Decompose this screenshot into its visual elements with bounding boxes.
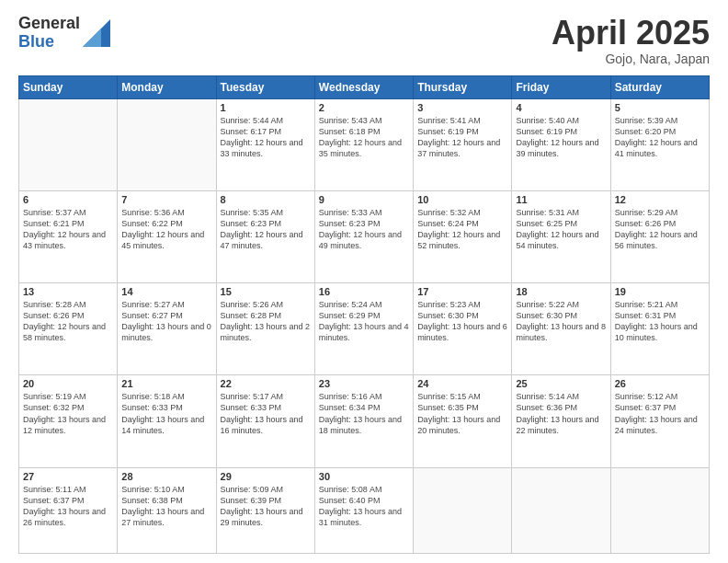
- day-info: Sunrise: 5:10 AM Sunset: 6:38 PM Dayligh…: [121, 484, 211, 529]
- day-info: Sunrise: 5:44 AM Sunset: 6:17 PM Dayligh…: [221, 115, 311, 160]
- title-block: April 2025 Gojo, Nara, Japan: [552, 15, 710, 66]
- day-info: Sunrise: 5:09 AM Sunset: 6:39 PM Dayligh…: [221, 484, 311, 529]
- logo-general: General: [18, 15, 80, 33]
- day-info: Sunrise: 5:37 AM Sunset: 6:21 PM Dayligh…: [23, 207, 113, 252]
- day-info: Sunrise: 5:15 AM Sunset: 6:35 PM Dayligh…: [417, 391, 507, 436]
- calendar-cell: 17Sunrise: 5:23 AM Sunset: 6:30 PM Dayli…: [414, 283, 512, 375]
- calendar-cell: 21Sunrise: 5:18 AM Sunset: 6:33 PM Dayli…: [118, 375, 216, 467]
- day-info: Sunrise: 5:16 AM Sunset: 6:34 PM Dayligh…: [319, 391, 409, 436]
- day-number: 16: [319, 286, 409, 297]
- day-info: Sunrise: 5:27 AM Sunset: 6:27 PM Dayligh…: [121, 299, 211, 344]
- day-info: Sunrise: 5:35 AM Sunset: 6:23 PM Dayligh…: [221, 207, 311, 252]
- day-number: 15: [221, 286, 311, 297]
- calendar-cell: 5Sunrise: 5:39 AM Sunset: 6:20 PM Daylig…: [610, 98, 709, 190]
- calendar-cell: 13Sunrise: 5:28 AM Sunset: 6:26 PM Dayli…: [19, 283, 118, 375]
- day-info: Sunrise: 5:40 AM Sunset: 6:19 PM Dayligh…: [516, 115, 606, 160]
- calendar-cell: 20Sunrise: 5:19 AM Sunset: 6:32 PM Dayli…: [19, 375, 118, 467]
- weekday-header: Tuesday: [216, 75, 314, 98]
- day-number: 17: [417, 286, 507, 297]
- header-row: SundayMondayTuesdayWednesdayThursdayFrid…: [19, 75, 710, 98]
- weekday-header: Monday: [118, 75, 216, 98]
- calendar-cell: 11Sunrise: 5:31 AM Sunset: 6:25 PM Dayli…: [512, 190, 610, 282]
- calendar-title: April 2025: [552, 15, 710, 52]
- weekday-header: Wednesday: [314, 75, 413, 98]
- day-number: 13: [23, 286, 113, 297]
- day-info: Sunrise: 5:21 AM Sunset: 6:31 PM Dayligh…: [615, 299, 705, 344]
- calendar-table: SundayMondayTuesdayWednesdayThursdayFrid…: [18, 75, 710, 554]
- calendar-cell: 30Sunrise: 5:08 AM Sunset: 6:40 PM Dayli…: [314, 467, 413, 553]
- day-info: Sunrise: 5:18 AM Sunset: 6:33 PM Dayligh…: [121, 391, 211, 436]
- day-number: 9: [319, 194, 409, 205]
- calendar-cell: 16Sunrise: 5:24 AM Sunset: 6:29 PM Dayli…: [314, 283, 413, 375]
- day-info: Sunrise: 5:11 AM Sunset: 6:37 PM Dayligh…: [23, 484, 113, 529]
- day-number: 1: [221, 102, 311, 113]
- header: General Blue April 2025 Gojo, Nara, Japa…: [18, 15, 710, 66]
- calendar-cell: 1Sunrise: 5:44 AM Sunset: 6:17 PM Daylig…: [216, 98, 314, 190]
- weekday-header: Friday: [512, 75, 610, 98]
- day-number: 14: [121, 286, 211, 297]
- day-info: Sunrise: 5:14 AM Sunset: 6:36 PM Dayligh…: [516, 391, 606, 436]
- calendar-cell: [512, 467, 610, 553]
- day-number: 11: [516, 194, 606, 205]
- day-number: 23: [319, 378, 409, 389]
- day-number: 4: [516, 102, 606, 113]
- day-number: 12: [615, 194, 705, 205]
- day-info: Sunrise: 5:19 AM Sunset: 6:32 PM Dayligh…: [23, 391, 113, 436]
- calendar-cell: 25Sunrise: 5:14 AM Sunset: 6:36 PM Dayli…: [512, 375, 610, 467]
- day-number: 28: [121, 471, 211, 482]
- logo: General Blue: [18, 15, 110, 52]
- page: General Blue April 2025 Gojo, Nara, Japa…: [0, 0, 728, 563]
- calendar-cell: [118, 98, 216, 190]
- day-number: 8: [221, 194, 311, 205]
- day-info: Sunrise: 5:28 AM Sunset: 6:26 PM Dayligh…: [23, 299, 113, 344]
- day-info: Sunrise: 5:12 AM Sunset: 6:37 PM Dayligh…: [615, 391, 705, 436]
- day-info: Sunrise: 5:29 AM Sunset: 6:26 PM Dayligh…: [615, 207, 705, 252]
- day-info: Sunrise: 5:08 AM Sunset: 6:40 PM Dayligh…: [319, 484, 409, 529]
- day-info: Sunrise: 5:32 AM Sunset: 6:24 PM Dayligh…: [417, 207, 507, 252]
- calendar-cell: 22Sunrise: 5:17 AM Sunset: 6:33 PM Dayli…: [216, 375, 314, 467]
- day-info: Sunrise: 5:24 AM Sunset: 6:29 PM Dayligh…: [319, 299, 409, 344]
- day-number: 18: [516, 286, 606, 297]
- day-number: 2: [319, 102, 409, 113]
- day-number: 25: [516, 378, 606, 389]
- day-info: Sunrise: 5:36 AM Sunset: 6:22 PM Dayligh…: [121, 207, 211, 252]
- day-info: Sunrise: 5:33 AM Sunset: 6:23 PM Dayligh…: [319, 207, 409, 252]
- calendar-cell: 3Sunrise: 5:41 AM Sunset: 6:19 PM Daylig…: [414, 98, 512, 190]
- day-number: 29: [221, 471, 311, 482]
- day-number: 27: [23, 471, 113, 482]
- calendar-cell: 27Sunrise: 5:11 AM Sunset: 6:37 PM Dayli…: [19, 467, 118, 553]
- calendar-cell: 12Sunrise: 5:29 AM Sunset: 6:26 PM Dayli…: [610, 190, 709, 282]
- day-number: 19: [615, 286, 705, 297]
- calendar-cell: 19Sunrise: 5:21 AM Sunset: 6:31 PM Dayli…: [610, 283, 709, 375]
- weekday-header: Saturday: [610, 75, 709, 98]
- day-info: Sunrise: 5:17 AM Sunset: 6:33 PM Dayligh…: [221, 391, 311, 436]
- calendar-cell: 26Sunrise: 5:12 AM Sunset: 6:37 PM Dayli…: [610, 375, 709, 467]
- day-number: 7: [121, 194, 211, 205]
- calendar-cell: 28Sunrise: 5:10 AM Sunset: 6:38 PM Dayli…: [118, 467, 216, 553]
- day-number: 24: [417, 378, 507, 389]
- day-info: Sunrise: 5:26 AM Sunset: 6:28 PM Dayligh…: [221, 299, 311, 344]
- day-info: Sunrise: 5:39 AM Sunset: 6:20 PM Dayligh…: [615, 115, 705, 160]
- day-info: Sunrise: 5:41 AM Sunset: 6:19 PM Dayligh…: [417, 115, 507, 160]
- day-number: 21: [121, 378, 211, 389]
- day-number: 5: [615, 102, 705, 113]
- calendar-cell: [19, 98, 118, 190]
- calendar-cell: 15Sunrise: 5:26 AM Sunset: 6:28 PM Dayli…: [216, 283, 314, 375]
- day-number: 3: [417, 102, 507, 113]
- day-number: 26: [615, 378, 705, 389]
- calendar-cell: 14Sunrise: 5:27 AM Sunset: 6:27 PM Dayli…: [118, 283, 216, 375]
- day-number: 22: [221, 378, 311, 389]
- calendar-cell: 24Sunrise: 5:15 AM Sunset: 6:35 PM Dayli…: [414, 375, 512, 467]
- logo-blue: Blue: [18, 33, 80, 52]
- day-info: Sunrise: 5:22 AM Sunset: 6:30 PM Dayligh…: [516, 299, 606, 344]
- logo-text: General Blue: [18, 15, 80, 52]
- day-number: 6: [23, 194, 113, 205]
- calendar-cell: 4Sunrise: 5:40 AM Sunset: 6:19 PM Daylig…: [512, 98, 610, 190]
- day-number: 30: [319, 471, 409, 482]
- calendar-cell: [610, 467, 709, 553]
- weekday-header: Sunday: [19, 75, 118, 98]
- calendar-cell: 23Sunrise: 5:16 AM Sunset: 6:34 PM Dayli…: [314, 375, 413, 467]
- calendar-cell: 7Sunrise: 5:36 AM Sunset: 6:22 PM Daylig…: [118, 190, 216, 282]
- weekday-header: Thursday: [414, 75, 512, 98]
- day-number: 10: [417, 194, 507, 205]
